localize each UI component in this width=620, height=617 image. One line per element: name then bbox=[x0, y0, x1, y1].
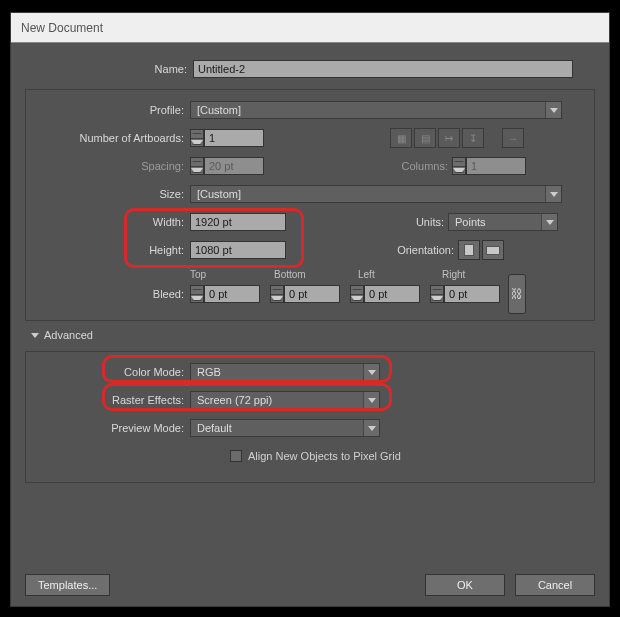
align-pixel-grid-checkbox[interactable] bbox=[230, 450, 242, 462]
units-value: Points bbox=[455, 216, 486, 228]
preview-mode-value: Default bbox=[197, 422, 232, 434]
bleed-left-input[interactable]: 0 pt bbox=[364, 285, 420, 303]
size-value: [Custom] bbox=[197, 188, 241, 200]
disclosure-triangle-icon bbox=[31, 333, 39, 338]
bleed-top-stepper[interactable]: 0 pt bbox=[190, 285, 260, 303]
preview-mode-label: Preview Mode: bbox=[34, 422, 190, 434]
chevron-down-icon bbox=[545, 186, 561, 202]
advanced-section-toggle[interactable]: Advanced bbox=[31, 329, 595, 341]
raster-effects-dropdown[interactable]: Screen (72 ppi) bbox=[190, 391, 380, 409]
artboards-stepper[interactable]: 1 bbox=[190, 129, 264, 147]
width-label: Width: bbox=[34, 216, 190, 228]
orientation-landscape-button[interactable] bbox=[482, 240, 504, 260]
spacing-stepper: 20 pt bbox=[190, 157, 264, 175]
artboards-label: Number of Artboards: bbox=[34, 132, 190, 144]
bleed-top-input[interactable]: 0 pt bbox=[204, 285, 260, 303]
columns-stepper: 1 bbox=[452, 157, 526, 175]
bleed-bottom-stepper[interactable]: 0 pt bbox=[270, 285, 340, 303]
bleed-left-label: Left bbox=[358, 269, 442, 280]
chevron-down-icon bbox=[545, 102, 561, 118]
stepper-buttons[interactable] bbox=[270, 285, 284, 303]
orientation-label: Orientation: bbox=[397, 244, 458, 256]
orientation-portrait-button[interactable] bbox=[458, 240, 480, 260]
profile-value: [Custom] bbox=[197, 104, 241, 116]
color-mode-dropdown[interactable]: RGB bbox=[190, 363, 380, 381]
grid-by-row-icon[interactable]: ▦ bbox=[390, 128, 412, 148]
bleed-right-input[interactable]: 0 pt bbox=[444, 285, 500, 303]
raster-effects-value: Screen (72 ppi) bbox=[197, 394, 272, 406]
stepper-buttons[interactable] bbox=[190, 129, 204, 147]
cancel-button[interactable]: Cancel bbox=[515, 574, 595, 596]
name-label: Name: bbox=[25, 63, 193, 75]
columns-input: 1 bbox=[466, 157, 526, 175]
stepper-buttons[interactable] bbox=[430, 285, 444, 303]
bleed-left-stepper[interactable]: 0 pt bbox=[350, 285, 420, 303]
link-bleed-icon[interactable]: ⛓ bbox=[508, 274, 526, 314]
advanced-label: Advanced bbox=[44, 329, 93, 341]
columns-label: Columns: bbox=[402, 160, 452, 172]
stepper-buttons bbox=[190, 157, 204, 175]
chevron-down-icon bbox=[363, 364, 379, 380]
dialog-title-text: New Document bbox=[21, 21, 103, 35]
templates-button[interactable]: Templates... bbox=[25, 574, 110, 596]
stepper-buttons[interactable] bbox=[350, 285, 364, 303]
color-mode-label: Color Mode: bbox=[34, 366, 190, 378]
stepper-buttons bbox=[452, 157, 466, 175]
bleed-top-label: Top bbox=[190, 269, 274, 280]
size-dropdown[interactable]: [Custom] bbox=[190, 185, 562, 203]
new-document-dialog: New Document Name: Untitled-2 Profile: [… bbox=[10, 12, 610, 607]
units-label: Units: bbox=[416, 216, 448, 228]
color-mode-value: RGB bbox=[197, 366, 221, 378]
dialog-title: New Document bbox=[11, 13, 609, 43]
arrange-row-icon[interactable]: ↦ bbox=[438, 128, 460, 148]
height-input[interactable]: 1080 pt bbox=[190, 241, 286, 259]
spacing-label: Spacing: bbox=[34, 160, 190, 172]
profile-label: Profile: bbox=[34, 104, 190, 116]
size-label: Size: bbox=[34, 188, 190, 200]
width-input[interactable]: 1920 pt bbox=[190, 213, 286, 231]
preview-mode-dropdown[interactable]: Default bbox=[190, 419, 380, 437]
bleed-bottom-label: Bottom bbox=[274, 269, 358, 280]
spacing-input: 20 pt bbox=[204, 157, 264, 175]
ok-button[interactable]: OK bbox=[425, 574, 505, 596]
height-label: Height: bbox=[34, 244, 190, 256]
grid-by-col-icon[interactable]: ▤ bbox=[414, 128, 436, 148]
chevron-down-icon bbox=[363, 392, 379, 408]
align-pixel-grid-label: Align New Objects to Pixel Grid bbox=[248, 450, 401, 462]
stepper-buttons[interactable] bbox=[190, 285, 204, 303]
name-input[interactable]: Untitled-2 bbox=[193, 60, 573, 78]
arrange-rtl-icon[interactable]: → bbox=[502, 128, 524, 148]
raster-effects-label: Raster Effects: bbox=[34, 394, 190, 406]
chevron-down-icon bbox=[541, 214, 557, 230]
chevron-down-icon bbox=[363, 420, 379, 436]
bleed-right-stepper[interactable]: 0 pt bbox=[430, 285, 500, 303]
profile-dropdown[interactable]: [Custom] bbox=[190, 101, 562, 119]
bleed-bottom-input[interactable]: 0 pt bbox=[284, 285, 340, 303]
arrange-col-icon[interactable]: ↧ bbox=[462, 128, 484, 148]
units-dropdown[interactable]: Points bbox=[448, 213, 558, 231]
bleed-label: Bleed: bbox=[34, 288, 190, 300]
artboards-input[interactable]: 1 bbox=[204, 129, 264, 147]
